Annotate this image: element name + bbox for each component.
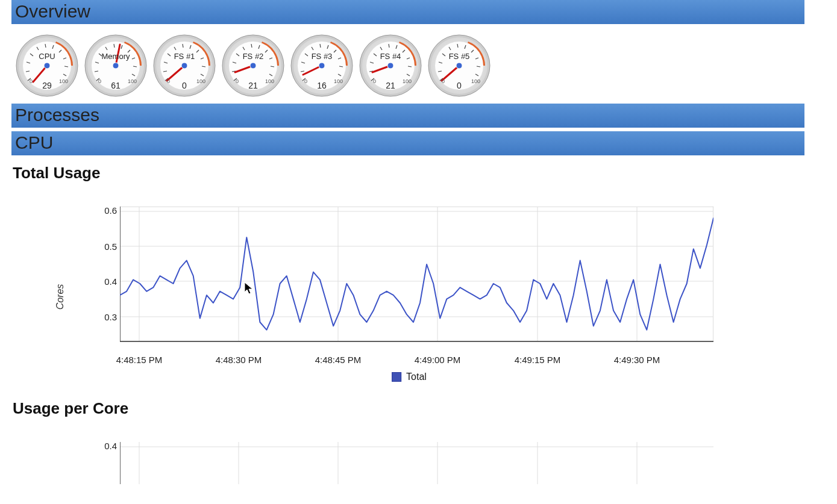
chart-canvas — [120, 207, 713, 345]
gauge-scale-min: 0 — [442, 78, 445, 84]
gauge-label: FS #5 — [427, 52, 491, 61]
svg-point-63 — [250, 63, 256, 69]
chart-title-total-usage: Total Usage — [11, 164, 804, 182]
svg-point-95 — [387, 63, 393, 69]
gauge-value: 61 — [84, 81, 148, 90]
gauge-label: Memory — [84, 52, 148, 61]
gauge-scale-max: 100 — [403, 78, 412, 84]
gauge-value: 21 — [221, 81, 285, 90]
chart-x-tick: 4:48:30 PM — [216, 355, 262, 365]
gauge-scale-max: 100 — [128, 78, 137, 84]
gauge-label: FS #2 — [221, 52, 285, 61]
chart-x-tick: 4:49:15 PM — [515, 355, 561, 365]
chart-title-usage-per-core: Usage per Core — [11, 399, 804, 418]
chart-x-tick: 4:48:15 PM — [116, 355, 163, 365]
gauge-label: FS #3 — [290, 52, 354, 61]
legend-label: Total — [406, 372, 427, 382]
chart-y-tick: 0.6 — [104, 205, 117, 216]
chart-y-tick: 0.4 — [104, 441, 117, 451]
gauge-value: 29 — [15, 81, 79, 90]
gauge-fs5[interactable]: FS #5 0 0 100 — [427, 34, 491, 98]
gauge-scale-min: 0 — [373, 78, 376, 84]
chart-total-usage[interactable]: Cores 0.6 0.5 0.4 0.3 4:48:15 PM 4:48:30… — [60, 207, 759, 387]
gauge-cpu[interactable]: CPU 29 0 100 — [15, 34, 79, 98]
section-header-processes[interactable]: Processes — [11, 104, 804, 128]
gauge-fs4[interactable]: FS #4 21 0 100 — [359, 34, 422, 98]
gauge-label: FS #1 — [152, 52, 216, 61]
chart-canvas — [120, 442, 713, 484]
chart-x-tick: 4:49:00 PM — [415, 355, 461, 365]
chart-x-tick: 4:48:45 PM — [315, 355, 362, 365]
svg-point-79 — [319, 63, 325, 69]
gauge-scale-min: 0 — [304, 78, 307, 84]
gauges-row: CPU 29 0 100 Memory 61 0 100 FS #1 0 0 1… — [11, 24, 804, 104]
gauge-scale-max: 100 — [265, 78, 274, 84]
chart-y-tick: 0.5 — [104, 241, 117, 252]
gauge-value: 16 — [290, 81, 354, 90]
gauge-scale-min: 0 — [167, 78, 170, 84]
chart-legend: Total — [392, 372, 427, 382]
gauge-scale-max: 100 — [196, 78, 205, 84]
gauge-label: CPU — [15, 52, 79, 61]
chart-y-axis-label: Cores — [55, 284, 66, 310]
gauge-memory[interactable]: Memory 61 0 100 — [84, 34, 148, 98]
gauge-scale-min: 0 — [98, 78, 101, 84]
chart-x-tick: 4:49:30 PM — [614, 355, 660, 365]
legend-swatch-icon — [392, 372, 401, 382]
chart-usage-per-core[interactable]: 0.4 — [60, 442, 759, 490]
section-header-cpu[interactable]: CPU — [11, 131, 804, 155]
gauge-scale-max: 100 — [471, 78, 480, 84]
gauge-fs3[interactable]: FS #3 16 0 100 — [290, 34, 354, 98]
gauge-fs2[interactable]: FS #2 21 0 100 — [221, 34, 285, 98]
chart-y-tick: 0.3 — [104, 312, 117, 322]
gauge-scale-max: 100 — [334, 78, 343, 84]
gauge-value: 0 — [152, 81, 216, 90]
gauge-value: 21 — [359, 81, 422, 90]
svg-point-31 — [113, 63, 119, 69]
svg-point-47 — [181, 63, 187, 69]
gauge-label: FS #4 — [359, 52, 422, 61]
gauge-scale-min: 0 — [30, 78, 33, 84]
svg-point-111 — [456, 63, 462, 69]
section-header-overview[interactable]: Overview — [11, 0, 804, 24]
svg-point-15 — [44, 63, 50, 69]
svg-rect-112 — [120, 207, 713, 341]
chart-y-tick: 0.4 — [104, 276, 117, 287]
gauge-scale-min: 0 — [236, 78, 239, 84]
gauge-scale-max: 100 — [59, 78, 68, 84]
gauge-fs1[interactable]: FS #1 0 0 100 — [152, 34, 216, 98]
gauge-value: 0 — [427, 81, 491, 90]
